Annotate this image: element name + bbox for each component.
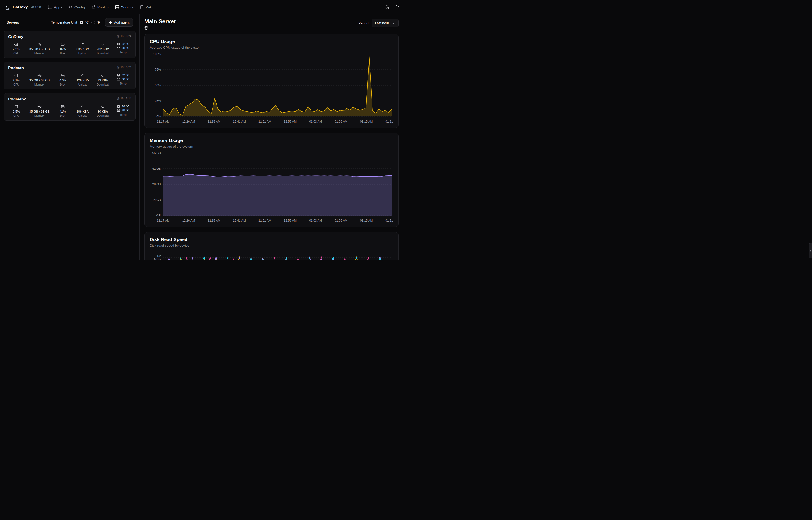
celsius-label: °C [85, 21, 89, 24]
cpu-icon [117, 43, 120, 46]
hard-drive-icon [117, 78, 120, 81]
top-navbar: GoDoxy v0.18.0 Apps Config Routes Server… [0, 0, 406, 15]
route-icon [91, 5, 95, 9]
logout-icon[interactable] [395, 5, 400, 9]
brand[interactable]: GoDoxy v0.18.0 [4, 4, 41, 10]
server-card-header: Podman @ 16:16:24 [8, 66, 131, 70]
server-timestamp: @ 16:16:24 [117, 66, 131, 69]
godoxy-logo-icon [4, 4, 10, 10]
activity-icon [37, 73, 42, 78]
chart-subtitle: Average CPU usage of the system [150, 46, 393, 49]
svg-text:01:21 AM: 01:21 AM [386, 219, 393, 222]
svg-text:01:09 AM: 01:09 AM [335, 120, 347, 123]
chart-title: CPU Usage [150, 39, 393, 44]
upload-value: 129 KB/s [76, 79, 89, 82]
plus-icon [109, 21, 112, 24]
svg-text:25%: 25% [155, 99, 161, 103]
main-header: Main Server Period Last hour [144, 18, 398, 31]
download-arrow-icon [101, 42, 105, 46]
disk-temp-row: 38 °C [117, 77, 130, 81]
period-dropdown[interactable]: Last hour [371, 19, 398, 27]
download-value: 23 KB/s [97, 79, 109, 82]
cpu-temp-row: 32 °C [117, 42, 130, 46]
version-label: v0.18.0 [30, 5, 41, 9]
memory-usage-chart: 0 B14 GB28 GB42 GB56 GB12:17 AM12:26 AM1… [150, 151, 393, 224]
temp-label: Temp [120, 82, 127, 85]
nav-item-config[interactable]: Config [66, 3, 87, 11]
memory-stat: 35 GB / 63 GB Memory [29, 73, 50, 86]
cpu-label: CPU [13, 83, 19, 86]
disk-label: Disk [60, 114, 65, 118]
memory-label: Memory [34, 83, 45, 86]
nav-item-routes[interactable]: Routes [89, 3, 111, 11]
cpu-icon [117, 105, 120, 108]
cpu-icon [14, 73, 19, 78]
svg-text:12:41 AM: 12:41 AM [233, 120, 246, 123]
temp-stat: 32 °C 38 °C Temp [116, 42, 130, 55]
add-agent-button[interactable]: Add agent [105, 18, 133, 27]
cpu-icon [14, 105, 19, 109]
temperature-unit-group: Temperature Unit °C °F [51, 21, 100, 24]
fahrenheit-radio[interactable] [91, 21, 95, 24]
svg-text:12:26 AM: 12:26 AM [182, 120, 195, 123]
temp-label: Temp [120, 113, 127, 116]
disk-stat: 41% Disk [55, 105, 70, 118]
svg-text:01:03 AM: 01:03 AM [309, 120, 322, 123]
code-icon [69, 5, 73, 9]
nav-item-apps[interactable]: Apps [46, 3, 64, 11]
nav-item-label: Wiki [146, 5, 152, 9]
server-stats: 2.2% CPU 35 GB / 63 GB Memory 16% Disk [8, 42, 131, 55]
upload-label: Upload [79, 52, 87, 55]
disk-value: 16% [60, 47, 66, 51]
temp-label: Temp [120, 51, 127, 54]
server-card-podman[interactable]: Podman @ 16:16:24 2.1% CPU 35 GB / 63 GB… [4, 62, 136, 89]
nav-item-wiki[interactable]: Wiki [137, 3, 155, 11]
fahrenheit-radio-option[interactable]: °F [91, 21, 100, 24]
svg-text:01:21 AM: 01:21 AM [386, 120, 393, 123]
download-arrow-icon [101, 105, 105, 109]
cpu-icon [14, 42, 19, 46]
chart-title: Disk Read Speed [150, 237, 393, 242]
svg-text:14 GB: 14 GB [152, 198, 161, 202]
svg-text:1/2MB/s: 1/2MB/s [154, 254, 161, 260]
celsius-radio[interactable] [80, 21, 83, 24]
main-nav: Apps Config Routes Servers Wiki [46, 3, 385, 11]
svg-text:12:35 AM: 12:35 AM [208, 120, 221, 123]
server-timestamp: @ 16:16:24 [117, 34, 131, 38]
svg-text:0%: 0% [157, 114, 161, 118]
disk-stat: 47% Disk [55, 73, 70, 86]
globe-icon [144, 26, 148, 30]
cpu-value: 2.2% [13, 47, 20, 51]
cpu-usage-card: CPU Usage Average CPU usage of the syste… [144, 34, 398, 128]
download-value: 232 KB/s [96, 47, 109, 51]
temp-stat: 38 °C 38 °C Temp [116, 105, 130, 118]
disk-label: Disk [60, 52, 65, 55]
cpu-temp-row: 32 °C [117, 73, 130, 77]
disk-read-speed-card: Disk Read Speed Disk read speed by devic… [144, 232, 398, 260]
disk-value: 47% [60, 79, 66, 82]
cpu-value: 2.5% [13, 110, 20, 113]
server-name: GoDoxy [8, 34, 23, 39]
nav-item-label: Routes [97, 5, 109, 9]
cpu-stat: 2.1% CPU [9, 73, 24, 86]
server-card-godoxy[interactable]: GoDoxy @ 16:16:24 2.2% CPU 35 GB / 63 GB… [4, 31, 136, 58]
cpu-temp-row: 38 °C [117, 105, 130, 108]
disk-read-speed-chart: 1/2MB/s [150, 250, 393, 260]
svg-text:12:51 AM: 12:51 AM [258, 120, 271, 123]
memory-value: 35 GB / 63 GB [29, 79, 50, 82]
temperature-unit-label: Temperature Unit [51, 21, 77, 24]
upload-arrow-icon [81, 73, 85, 78]
cpu-icon [117, 74, 120, 77]
download-value: 30 KB/s [97, 110, 109, 113]
cpu-stat: 2.2% CPU [9, 42, 24, 55]
svg-text:12:17 AM: 12:17 AM [157, 120, 170, 123]
nav-item-servers[interactable]: Servers [113, 3, 136, 11]
svg-text:01:15 AM: 01:15 AM [360, 219, 373, 222]
activity-icon [37, 42, 42, 46]
svg-text:12:26 AM: 12:26 AM [182, 219, 195, 222]
theme-toggle-moon-icon[interactable] [385, 5, 390, 9]
upload-arrow-icon [81, 42, 85, 46]
disk-temp-row: 38 °C [117, 46, 130, 50]
celsius-radio-option[interactable]: °C [80, 21, 89, 24]
server-card-podman2[interactable]: Podman2 @ 16:16:24 2.5% CPU 35 GB / 63 G… [4, 93, 136, 121]
